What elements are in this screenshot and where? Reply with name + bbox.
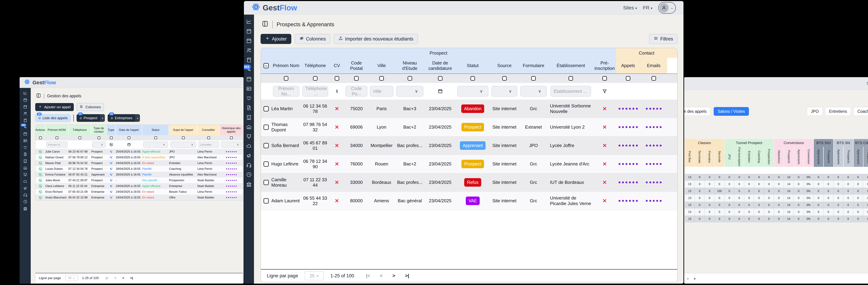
tab-expand-chevron[interactable]: › [135,114,140,122]
filter-source-select[interactable]: ∨ [492,86,517,96]
filter-name-input[interactable]: Prénom N... [46,141,67,148]
table-row[interactable]: Thomas Dupont07 98 76 54 32✕69006LyonBac… [261,118,677,136]
filter-status-select[interactable]: ∨ [143,141,168,148]
language-menu[interactable]: FR ▾ [643,5,652,10]
handshake-icon[interactable] [23,145,27,150]
call-action-icon[interactable] [38,190,42,194]
table-row[interactable]: Hugo Lefèvre06 78 12 34 90✕76000RouenBac… [261,155,677,173]
filter-school-input[interactable]: Établissement ... [551,86,591,96]
handshake-icon[interactable] [246,95,252,101]
column-filter-checkbox[interactable] [602,76,607,81]
users-icon[interactable] [23,111,27,116]
prev-page-button[interactable]: < [115,276,116,280]
document-icon[interactable] [23,152,27,156]
table-row[interactable]: Clara Lefebvre06 11 22 33 44Entreprise24… [35,183,243,189]
column-filter-checkbox[interactable] [568,76,573,81]
tab-liste-des-appels[interactable]: 53Liste des appels [35,114,71,122]
row-checkbox[interactable] [264,180,269,185]
filter-subject-select[interactable]: ∨ [170,141,196,148]
call-action-icon[interactable] [38,161,42,165]
line-chart-icon[interactable] [23,91,27,95]
last-page-button[interactable]: » [694,277,695,281]
filters-button[interactable]: Filtres [649,34,678,44]
add-button[interactable]: Ajouter [260,34,291,44]
filter-history-select[interactable]: ∨ [221,141,242,148]
column-filter-checkbox[interactable] [128,136,130,139]
tab-prospect[interactable]: 37Prospect› [76,114,105,122]
next-page-button[interactable]: > [392,273,395,279]
line-chart-icon[interactable] [246,19,252,25]
quick-filter-coaching[interactable]: Coaching [854,107,868,116]
sites-menu[interactable]: Sites ▾ [623,5,637,10]
notebook-icon[interactable] [246,57,252,63]
column-filter-checkbox[interactable] [230,136,233,139]
call-action-icon[interactable] [38,155,42,159]
sites-menu[interactable]: Sites ▾ [867,81,868,86]
last-page-button[interactable]: >| [130,276,133,280]
row-checkbox[interactable] [264,106,269,111]
next-page-button[interactable]: › [687,277,688,281]
table-row[interactable]: Nathan Girard07 56 78 90 12Prospect25/04… [35,154,243,160]
megaphone-icon[interactable] [23,186,27,190]
call-action-icon[interactable] [38,150,42,153]
table-row[interactable]: Jules Morel07 43 21 09 87Prospect-Non pl… [35,177,243,183]
column-filter-checkbox[interactable] [182,136,185,139]
prev-page-button[interactable]: < [380,273,383,279]
call-action-icon[interactable] [38,178,42,182]
table-row[interactable]: Léa Martin06 12 34 56 78✕75020ParisBac+3… [261,99,677,118]
row-checkbox[interactable] [264,162,269,167]
rows-per-page-select[interactable]: 25∨ [305,271,324,280]
quick-filter-entretiens[interactable]: Entretiens [825,107,851,116]
last-page-button[interactable]: >| [405,273,409,279]
column-filter-checkbox[interactable] [39,136,42,139]
id-card-icon[interactable] [23,139,27,143]
clock-icon[interactable] [23,200,27,204]
tab-entreprises[interactable]: 53Entreprises› [107,114,140,122]
filter-status-select[interactable]: ∨ [457,86,488,96]
call-action-icon[interactable] [38,173,42,176]
tab-expand-chevron[interactable]: › [100,114,105,122]
next-page-button[interactable]: > [122,276,124,280]
column-filter-checkbox[interactable] [79,136,81,139]
column-filter-checkbox[interactable] [626,76,630,81]
columns-button[interactable]: Colonnes [295,34,330,44]
funnel-filter-icon[interactable] [593,89,616,94]
phone-icon[interactable]: 283 [246,66,252,73]
clock-icon[interactable] [246,172,252,178]
bank-icon[interactable] [246,181,252,187]
headset-icon[interactable] [246,162,252,168]
filter-level-select[interactable]: ∨ [396,86,424,96]
phone-icon[interactable]: 283 [23,125,27,129]
column-filter-checkbox[interactable] [207,136,210,139]
column-filter-checkbox[interactable] [502,76,507,81]
school-icon[interactable] [23,166,27,170]
column-filter-checkbox[interactable] [335,76,339,81]
table-row[interactable]: Enzo Richard07 65 43 21 09Entreprise24/0… [35,189,243,195]
row-checkbox[interactable] [264,124,269,130]
table-row[interactable]: Camille Moreau07 11 22 33 44✕33000Bordea… [261,173,677,192]
column-filter-checkbox[interactable] [652,76,656,81]
tab-salons-visites[interactable]: Salons / Visites [714,107,749,116]
call-action-icon[interactable] [38,196,42,200]
column-filter-checkbox[interactable] [438,76,442,81]
first-page-button[interactable]: |< [366,273,370,279]
id-card-icon[interactable] [246,86,252,92]
presentation-icon[interactable] [23,172,27,177]
megaphone-icon[interactable] [246,152,252,159]
bank-icon[interactable] [23,206,27,210]
table-row[interactable]: Emma Fontaine06 87 65 43 21Apprenant26/0… [35,172,243,177]
row-checkbox[interactable] [264,198,269,203]
cloud-icon[interactable] [23,179,27,183]
table-row[interactable]: Anaïs Blanchard06 54 32 10 98Entreprise2… [35,195,243,200]
column-filter-checkbox[interactable] [408,76,412,81]
column-filter-checkbox[interactable] [313,76,317,81]
table-row[interactable]: Sofia Bernard06 45 67 89 01✕34000Montpel… [261,136,677,155]
column-filter-checkbox[interactable] [154,136,157,139]
filter-contact-type-select[interactable]: ∨ [92,141,106,148]
calendar-icon[interactable] [23,98,27,102]
column-filter-checkbox[interactable] [56,136,58,139]
cloud-icon[interactable] [246,143,252,149]
column-filter-checkbox[interactable] [110,136,113,139]
calendar-icon[interactable] [246,76,252,82]
filter-postal-input[interactable]: Code Po... [345,86,367,96]
